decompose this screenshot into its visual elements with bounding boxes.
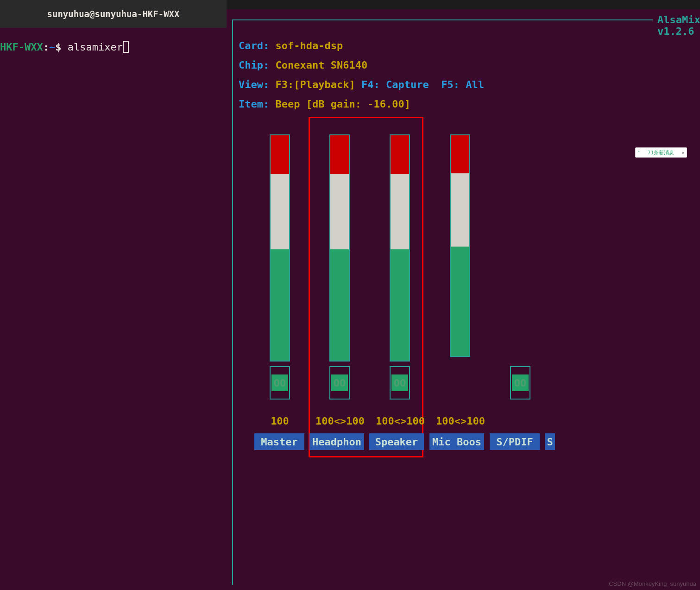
speaker-bar[interactable] bbox=[390, 134, 410, 362]
alsa-frame-left bbox=[232, 19, 233, 585]
alsa-frame-top bbox=[232, 19, 700, 20]
alsa-title-text: AlsaMixer v1.2.6 bbox=[657, 14, 700, 37]
notification-up-icon: ⌃ bbox=[637, 150, 640, 155]
left-terminal-pane: sunyuhua@sunyuhua-HKF-WXX HKF-WXX:~$ als… bbox=[0, 0, 227, 590]
master-mute-box[interactable]: OO bbox=[270, 366, 290, 400]
info-chip-row: Chip: Conexant SN6140 bbox=[239, 56, 484, 75]
master-mute-indicator: OO bbox=[271, 374, 288, 391]
info-item-row: Item: Beep [dB gain: -16.00] bbox=[239, 95, 484, 114]
spdif-mute-indicator: OO bbox=[512, 374, 529, 391]
card-value: sof-hda-dsp bbox=[275, 40, 343, 51]
view-f3: F3: bbox=[275, 79, 294, 90]
terminal-prompt-line[interactable]: HKF-WXX:~$ alsamixer bbox=[0, 41, 129, 53]
prompt-command: alsamixer bbox=[68, 41, 123, 53]
prompt-dollar: $ bbox=[55, 41, 61, 53]
notification-text: 71条新消息 bbox=[648, 149, 674, 156]
terminal-titlebar: sunyuhua@sunyuhua-HKF-WXX bbox=[0, 0, 227, 28]
card-label: Card: bbox=[239, 40, 269, 51]
view-f4: F4: bbox=[361, 79, 380, 90]
prompt-host: HKF-WXX bbox=[0, 41, 43, 53]
chip-value: Conexant SN6140 bbox=[275, 59, 367, 71]
info-view-row: View: F3:[Playback] F4: Capture F5: All bbox=[239, 75, 484, 95]
view-all: All bbox=[466, 79, 484, 90]
chip-label: Chip: bbox=[239, 59, 269, 71]
view-label: View: bbox=[239, 79, 269, 90]
speaker-volume-text: 100<>100 bbox=[370, 415, 430, 427]
alsa-title: AlsaMixer v1.2.6 ─ bbox=[653, 14, 700, 37]
spdif-mute-box[interactable]: OO bbox=[510, 366, 530, 400]
speaker-mute-indicator: OO bbox=[391, 374, 408, 391]
right-top-strip bbox=[227, 0, 700, 9]
prompt-path: ~ bbox=[49, 41, 55, 53]
watermark: CSDN @MonkeyKing_sunyuhua bbox=[609, 580, 696, 587]
prompt-sep: : bbox=[43, 41, 49, 53]
mic-boost-bar[interactable] bbox=[450, 134, 470, 357]
mic-boost-volume-text: 100<>100 bbox=[430, 415, 491, 427]
speaker-label[interactable]: Speaker bbox=[369, 433, 424, 450]
terminal-cursor bbox=[123, 41, 129, 53]
close-icon[interactable]: × bbox=[681, 150, 685, 156]
terminal-title: sunyuhua@sunyuhua-HKF-WXX bbox=[47, 9, 180, 19]
notification-popup[interactable]: ⌃ 71条新消息 × bbox=[635, 147, 687, 158]
master-bar[interactable] bbox=[270, 134, 290, 362]
headphone-label[interactable]: Headphon bbox=[309, 433, 364, 450]
headphone-mute-indicator: OO bbox=[331, 374, 348, 391]
item-label: Item: bbox=[239, 98, 269, 110]
item-value: Beep [dB gain: -16.00] bbox=[275, 98, 410, 110]
mic-boost-label[interactable]: Mic Boos bbox=[429, 433, 484, 450]
master-label[interactable]: Master bbox=[254, 433, 304, 450]
master-volume-text: 100 bbox=[261, 415, 298, 427]
alsa-info-block: Card: sof-hda-dsp Chip: Conexant SN6140 … bbox=[239, 36, 484, 114]
view-playback: [Playback] bbox=[294, 79, 355, 90]
alsamixer-pane[interactable]: AlsaMixer v1.2.6 ─ Card: sof-hda-dsp Chi… bbox=[227, 0, 700, 590]
headphone-volume-text: 100<>100 bbox=[310, 415, 370, 427]
speaker-mute-box[interactable]: OO bbox=[390, 366, 410, 400]
headphone-mute-box[interactable]: OO bbox=[329, 366, 350, 400]
spdif-label[interactable]: S/PDIF bbox=[490, 433, 540, 450]
view-f5: F5: bbox=[441, 79, 460, 90]
spdif-partial-label[interactable]: S bbox=[545, 433, 555, 450]
view-capture: Capture bbox=[386, 79, 429, 90]
headphone-bar[interactable] bbox=[329, 134, 350, 362]
info-card-row: Card: sof-hda-dsp bbox=[239, 36, 484, 56]
